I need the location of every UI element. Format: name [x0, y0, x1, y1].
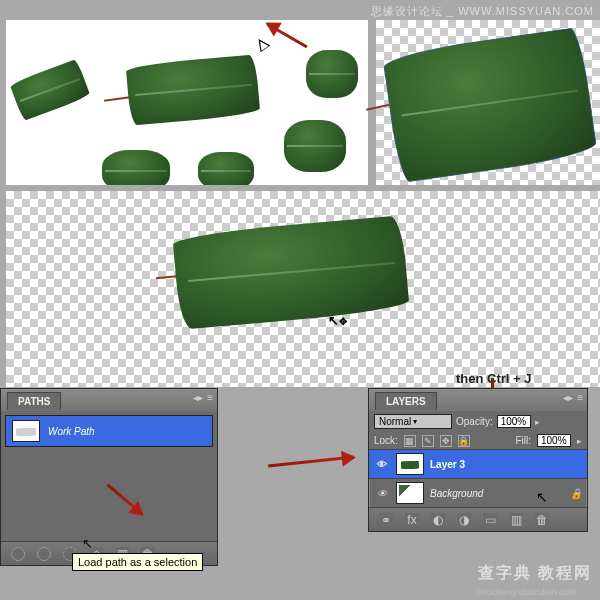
- layer-3-item[interactable]: 👁 Layer 3: [369, 449, 587, 478]
- path-name: Work Path: [48, 426, 95, 437]
- fill-path-icon[interactable]: [11, 547, 25, 561]
- leaf-icon: [172, 215, 409, 330]
- leaf-icon: [126, 54, 261, 125]
- tab-paths[interactable]: PATHS: [7, 392, 61, 410]
- visibility-icon[interactable]: 👁: [374, 488, 390, 499]
- layers-footer: ⚭ fx ◐ ◑ ▭ ▥ 🗑: [369, 507, 587, 531]
- adjustment-icon[interactable]: ◑: [457, 513, 471, 527]
- lock-label: Lock:: [374, 435, 398, 446]
- opacity-input[interactable]: 100%: [497, 415, 531, 428]
- leaf-icon: [306, 50, 358, 98]
- hand-cursor-icon: ↖: [536, 489, 548, 505]
- watermark-top: 思缘设计论坛 _ WWW.MISSYUAN.COM: [371, 4, 594, 19]
- leaf-icon: [198, 152, 254, 185]
- fx-icon[interactable]: fx: [405, 513, 419, 527]
- path-thumbnail-icon: [12, 420, 40, 442]
- stem-icon: [104, 96, 130, 102]
- blend-mode-select[interactable]: Normal: [374, 414, 452, 429]
- isolated-leaf-canvas: [6, 191, 600, 387]
- panel-header[interactable]: LAYERS ◂▸ ≡: [369, 389, 587, 411]
- fill-label: Fill:: [515, 435, 531, 446]
- leaf-icon: [284, 120, 346, 172]
- link-layers-icon[interactable]: ⚭: [379, 513, 393, 527]
- leaves-source-image: [6, 20, 368, 185]
- menu-icon[interactable]: ≡: [577, 392, 583, 403]
- opacity-slider-icon[interactable]: ▸: [535, 417, 540, 427]
- lock-fill-row: Lock: ▦ ✎ ✥ 🔒 Fill: 100% ▸: [369, 432, 587, 449]
- paths-panel: PATHS ◂▸ ≡ Work Path ◇ ▥ 🗑: [0, 388, 218, 566]
- lock-transparent-icon[interactable]: ▦: [404, 435, 416, 447]
- layer-thumbnail-icon: [396, 482, 424, 504]
- leaf-path-image: [376, 20, 600, 185]
- stroke-path-icon[interactable]: [37, 547, 51, 561]
- group-icon[interactable]: ▭: [483, 513, 497, 527]
- arrow-icon: [268, 456, 354, 468]
- lock-image-icon[interactable]: ✎: [422, 435, 434, 447]
- leaf-with-path-icon: [382, 27, 598, 184]
- layer-thumbnail-icon: [396, 453, 424, 475]
- new-layer-icon[interactable]: ▥: [509, 513, 523, 527]
- hand-cursor-icon: ↖: [82, 536, 93, 551]
- tooltip: Load path as a selection: [72, 553, 203, 571]
- panel-header[interactable]: PATHS ◂▸ ≡: [1, 389, 217, 411]
- lock-position-icon[interactable]: ✥: [440, 435, 452, 447]
- lock-all-icon[interactable]: 🔒: [458, 435, 470, 447]
- fill-input[interactable]: 100%: [537, 434, 571, 447]
- opacity-label: Opacity:: [456, 416, 493, 427]
- visibility-icon[interactable]: 👁: [374, 459, 390, 470]
- lock-icon: 🔒: [570, 488, 582, 499]
- background-layer-item[interactable]: 👁 Background 🔒: [369, 478, 587, 507]
- leaf-icon: [102, 150, 170, 185]
- layer-name: Background: [430, 488, 483, 499]
- layers-panel: LAYERS ◂▸ ≡ Normal Opacity: 100% ▸ Lock:…: [368, 388, 588, 532]
- collapse-icon[interactable]: ◂▸: [193, 392, 203, 403]
- watermark-bottom: 查字典 教程网 jiaocheng.chazidian.com: [478, 563, 592, 598]
- work-path-item[interactable]: Work Path: [5, 415, 213, 447]
- tab-layers[interactable]: LAYERS: [375, 392, 437, 410]
- collapse-icon[interactable]: ◂▸: [563, 392, 573, 403]
- move-cursor-icon: ↖✥: [328, 313, 347, 328]
- layer-name: Layer 3: [430, 459, 465, 470]
- delete-layer-icon[interactable]: 🗑: [535, 513, 549, 527]
- fill-slider-icon[interactable]: ▸: [577, 436, 582, 446]
- mask-icon[interactable]: ◐: [431, 513, 445, 527]
- menu-icon[interactable]: ≡: [207, 392, 213, 403]
- paths-list: Work Path: [1, 411, 217, 541]
- empty-area[interactable]: [5, 447, 213, 537]
- leaf-icon: [9, 59, 90, 121]
- blend-opacity-row: Normal Opacity: 100% ▸: [369, 411, 587, 432]
